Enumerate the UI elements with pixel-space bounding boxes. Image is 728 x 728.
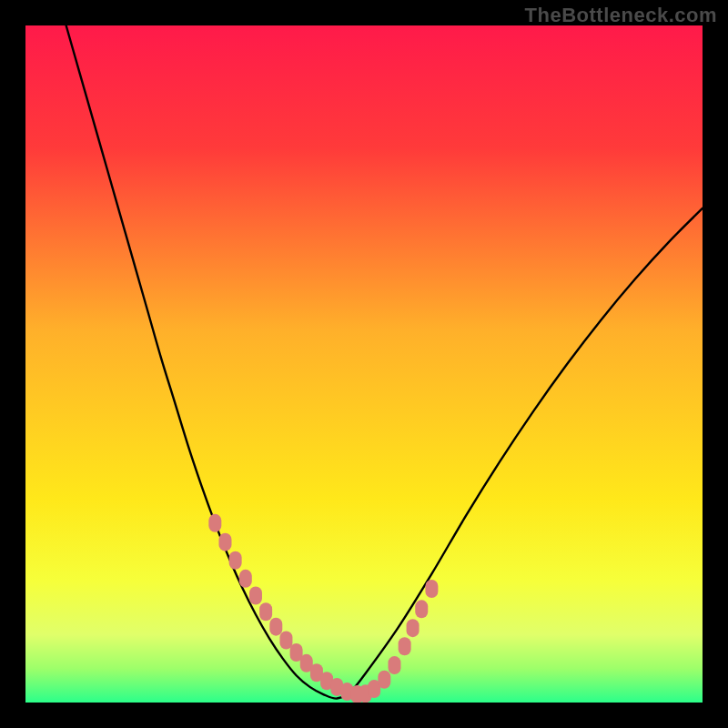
highlight-marker	[399, 637, 411, 655]
highlight-marker	[239, 570, 252, 588]
highlight-marker	[229, 551, 242, 570]
highlight-marker	[259, 602, 272, 621]
chart-frame: TheBottleneck.com	[0, 0, 728, 728]
chart-svg	[25, 25, 703, 703]
highlight-marker	[378, 671, 390, 689]
highlight-marker	[425, 580, 438, 598]
gradient-background	[25, 25, 703, 703]
highlight-marker	[415, 600, 428, 618]
highlight-marker	[208, 514, 221, 532]
highlight-marker	[269, 618, 282, 636]
plot-area	[25, 25, 703, 703]
highlight-marker	[407, 619, 420, 637]
highlight-marker	[279, 632, 292, 650]
highlight-marker	[388, 656, 400, 674]
highlight-marker	[218, 533, 231, 551]
watermark-text: TheBottleneck.com	[525, 4, 717, 27]
highlight-marker	[249, 586, 262, 604]
